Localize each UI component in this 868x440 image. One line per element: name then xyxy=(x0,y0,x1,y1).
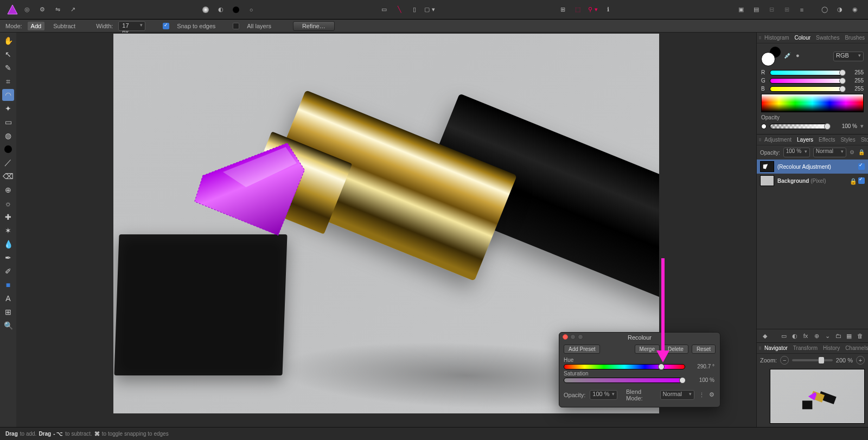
zoom-out-button[interactable]: − xyxy=(780,356,789,365)
fx-icon[interactable]: fx xyxy=(801,331,810,341)
merge-button[interactable]: Merge xyxy=(635,345,660,354)
marquee-tool[interactable]: ▭ xyxy=(2,116,14,128)
colour-swatch-toggle[interactable] xyxy=(761,47,781,66)
snap-edges-checkbox[interactable] xyxy=(163,23,169,29)
colour-circle-icon[interactable] xyxy=(229,3,242,16)
text-tool[interactable]: A xyxy=(2,292,14,304)
gradient-tool[interactable] xyxy=(2,143,14,155)
tab-colour[interactable]: Colour xyxy=(793,35,813,41)
magnet-icon[interactable]: ⚲ ▾ xyxy=(586,3,599,16)
target-dropdown-icon[interactable]: ▢ ▾ xyxy=(423,3,436,16)
mask-icon[interactable]: ▭ xyxy=(779,331,789,341)
new-layer-icon[interactable]: ▦ xyxy=(844,331,854,341)
colour-opacity-value[interactable]: 100 % xyxy=(833,123,857,129)
hue-value[interactable]: 290.7 ° xyxy=(697,364,714,369)
g-value[interactable]: 255 xyxy=(848,78,864,84)
grid-icon[interactable]: ⊞ xyxy=(556,3,569,16)
snap-toggle-icon[interactable]: ⬚ xyxy=(571,3,584,16)
dlg-opacity-select[interactable]: 100 % xyxy=(590,390,617,400)
zoom-in-button[interactable]: + xyxy=(856,356,865,365)
layer-visible-checkbox[interactable] xyxy=(858,163,865,170)
hue-slider[interactable] xyxy=(564,364,685,369)
add-preset-button[interactable]: Add Preset xyxy=(564,345,600,354)
mode-subtract-button[interactable]: Subtract xyxy=(50,22,79,30)
dlg-menu-icon[interactable]: ⋮ xyxy=(699,392,705,399)
lock-icon[interactable]: 🔒 xyxy=(858,149,865,156)
layer-item-background[interactable]: Background (Pixel) 🔒 xyxy=(757,174,868,188)
close-icon[interactable] xyxy=(563,334,568,340)
r-value[interactable]: 255 xyxy=(848,69,864,75)
layers-empty-area[interactable] xyxy=(757,188,868,329)
tab-styles[interactable]: Styles xyxy=(838,137,857,143)
bool-int-icon[interactable]: ◉ xyxy=(848,3,861,16)
tab-layers[interactable]: Layers xyxy=(795,137,815,143)
saturation-value[interactable]: 100 % xyxy=(699,377,714,383)
bool-add-icon[interactable]: ◯ xyxy=(818,3,831,16)
tab-stock[interactable]: Stock xyxy=(859,137,868,143)
zoom-slider[interactable] xyxy=(792,359,833,361)
inpaint-tool[interactable]: ✚ xyxy=(2,211,14,223)
shape-tool[interactable]: ■ xyxy=(2,279,14,291)
dlg-gear-icon[interactable]: ⚙ xyxy=(709,391,716,399)
paint-brush-tool[interactable]: ／ xyxy=(2,157,14,169)
mode-add-button[interactable]: Add xyxy=(28,22,45,30)
layer-tag-icon[interactable]: ◆ xyxy=(760,331,770,341)
width-field[interactable]: 17 px xyxy=(118,21,145,31)
colour-opacity-slider[interactable] xyxy=(770,124,830,129)
liquify-persona-icon[interactable]: ◎ xyxy=(21,3,34,16)
group-icon[interactable]: ⊟ xyxy=(765,3,778,16)
tab-brushes[interactable]: Brushes xyxy=(843,35,867,41)
half-circle-icon[interactable]: ◐ xyxy=(214,3,227,16)
navigator-preview[interactable] xyxy=(770,369,865,424)
tab-swatches[interactable]: Swatches xyxy=(814,35,841,41)
to-front-icon[interactable]: ▣ xyxy=(735,3,748,16)
zoom-window-icon[interactable] xyxy=(578,334,583,340)
b-value[interactable]: 255 xyxy=(848,86,864,92)
layers-blend-select[interactable]: Normal xyxy=(813,148,846,157)
assistant-icon[interactable]: ℹ xyxy=(602,3,615,16)
hand-tool[interactable]: ✋ xyxy=(2,35,14,47)
export-persona-icon[interactable]: ↗ xyxy=(66,3,79,16)
refine-button[interactable]: Refine… xyxy=(293,21,335,31)
align-icon[interactable]: ≡ xyxy=(795,3,808,16)
clip-icon[interactable]: ⌄ xyxy=(822,331,832,341)
to-back-icon[interactable]: ▤ xyxy=(750,3,763,16)
zoom-blur-tool[interactable]: ☼ xyxy=(2,197,14,209)
saturation-slider[interactable] xyxy=(564,378,685,383)
magic-wand-tool[interactable]: ✦ xyxy=(2,103,14,114)
mesh-tool[interactable]: ⊞ xyxy=(2,306,14,318)
bool-sub-icon[interactable]: ◑ xyxy=(833,3,846,16)
white-circle-icon[interactable]: ○ xyxy=(245,3,258,16)
colour-mode-select[interactable]: RGB xyxy=(833,52,864,61)
all-layers-checkbox[interactable] xyxy=(233,23,239,29)
tab-channels[interactable]: Channels xyxy=(843,345,868,351)
marquee-icon[interactable]: ▭ xyxy=(378,3,391,16)
recolour-dialog[interactable]: Recolour Add Preset Merge Delete Reset H… xyxy=(559,332,720,407)
tab-histogram[interactable]: Histogram xyxy=(762,35,792,41)
r-slider[interactable] xyxy=(770,70,845,75)
layer-visible-checkbox[interactable] xyxy=(858,177,865,184)
retouch-tool[interactable]: ✶ xyxy=(2,225,14,237)
develop-persona-icon[interactable]: ⚙ xyxy=(36,3,49,16)
flood-fill-tool[interactable]: ◍ xyxy=(2,130,14,142)
clone-tool[interactable]: ⊕ xyxy=(2,184,14,196)
crop-tool[interactable]: ⌗ xyxy=(2,75,14,87)
ungroup-icon[interactable]: ⊞ xyxy=(780,3,793,16)
layer-lock-icon[interactable]: 🔒 xyxy=(850,178,855,183)
erase-tool[interactable]: ⌫ xyxy=(2,170,14,182)
auto-select-icon[interactable]: ▯ xyxy=(408,3,421,16)
tonemap-persona-icon[interactable]: ⇋ xyxy=(51,3,64,16)
zoom-tool[interactable]: 🔍 xyxy=(2,320,14,331)
tab-transform[interactable]: Transform xyxy=(791,345,820,351)
layer-item-recolour[interactable]: (Recolour Adjustment) xyxy=(757,160,868,174)
folder-icon[interactable]: 🗀 xyxy=(833,331,843,341)
reset-button[interactable]: Reset xyxy=(692,345,716,354)
tab-history[interactable]: History xyxy=(821,345,842,351)
rgb-wheel-icon[interactable] xyxy=(199,3,212,16)
dlg-blend-select[interactable]: Normal xyxy=(660,390,694,400)
tab-effects[interactable]: Effects xyxy=(816,137,837,143)
colour-spectrum[interactable] xyxy=(761,94,864,112)
swatch-dot-icon[interactable]: ● xyxy=(796,52,805,61)
eyedropper-icon[interactable]: 💉 xyxy=(784,52,793,61)
diag-line-icon[interactable]: ╲ xyxy=(393,3,406,16)
